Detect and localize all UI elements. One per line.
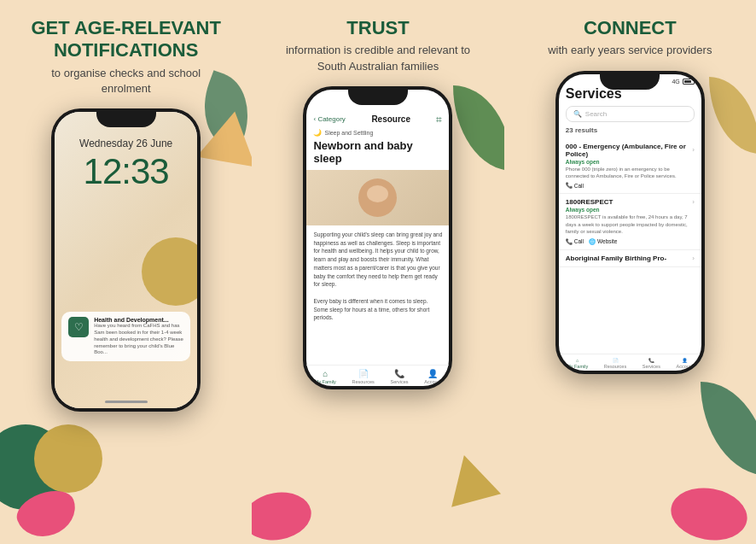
service-000-header: 000 - Emergency (Ambulance, Fire or Poli…: [566, 143, 695, 158]
resource-image: [306, 170, 449, 225]
services-icon: 📞: [394, 369, 404, 378]
tag-label: Sleep and Settling: [324, 130, 373, 136]
phone-notch: [96, 108, 156, 127]
services-screen: 4G Services 🔍 Search 23 results 000 - Em…: [559, 74, 701, 371]
service-000-name: 000 - Emergency (Ambulance, Fire or Poli…: [566, 143, 692, 158]
phone-screen: Wednesday 26 June 12:33 ♡ Health and Dev…: [55, 112, 197, 408]
services-footer: ⌂ My Family 📄 Resources 📞 Services 👤 Acc…: [559, 354, 701, 371]
middle-phone: ‹ Category Resource ⌗ 🌙 Sleep and Settli…: [303, 86, 452, 389]
notification-icon: ♡: [68, 317, 89, 337]
service-aboriginal-header: Aboriginal Family Birthing Pro- ›: [566, 254, 695, 262]
right-panel: CONNECT with early years service provide…: [504, 0, 756, 544]
services-footer-resources[interactable]: 📄 Resources: [604, 358, 626, 369]
resource-tag: 🌙 Sleep and Settling: [306, 129, 449, 137]
resource-body-p2: Every baby is different when it comes to…: [313, 297, 442, 322]
notification-title: Health and Development...: [94, 317, 183, 323]
service-1800-name: 1800RESPECT: [566, 198, 614, 206]
footer-services[interactable]: 📞 Services: [390, 369, 408, 384]
mid-triangle-decor: [439, 448, 501, 507]
footer-account[interactable]: 👤 Account: [424, 369, 441, 384]
middle-panel-subheading: information is credible and relevant to …: [284, 43, 472, 73]
service-1800-call[interactable]: 📞 Call: [566, 238, 584, 245]
left-panel: GET AGE-RELEVANT NOTIFICATIONS to organi…: [0, 0, 252, 544]
footer-my-family-label: My Family: [315, 379, 336, 384]
search-placeholder: Search: [585, 110, 607, 118]
services-footer-account[interactable]: 👤 Account: [677, 358, 694, 369]
right-leaf-green-decor: [701, 382, 756, 476]
services-services-icon: 📞: [648, 358, 654, 363]
resource-body: Supporting your child's sleep can bring …: [306, 225, 449, 365]
lock-screen: Wednesday 26 June 12:33 ♡ Health and Dev…: [55, 112, 197, 408]
service-000-desc: Phone 000 (triple zero) in an emergency …: [566, 166, 695, 180]
left-circle-green-decor: [0, 424, 68, 510]
lock-notification: ♡ Health and Development... Have you hea…: [61, 312, 190, 361]
services-account-label: Account: [677, 364, 694, 369]
service-000-call[interactable]: 📞 Call: [566, 182, 584, 189]
resource-nav: ‹ Category: [313, 115, 345, 123]
mid-leaf-decor: [453, 85, 504, 171]
services-account-icon: 👤: [682, 358, 688, 363]
middle-panel-heading: TRUST: [346, 17, 409, 39]
service-1800-status: Always open: [566, 207, 695, 213]
services-footer-services[interactable]: 📞 Services: [643, 358, 660, 369]
left-phone: Wednesday 26 June 12:33 ♡ Health and Dev…: [51, 108, 201, 412]
call-label-1800: Call: [574, 238, 584, 244]
service-000-status: Always open: [566, 159, 695, 165]
website-label-1800: Website: [597, 238, 617, 244]
lock-time: 12:33: [84, 151, 169, 192]
services-services-label: Services: [643, 364, 660, 369]
left-panel-subheading: to organise checks and school enrolment: [32, 66, 220, 97]
service-000-chevron[interactable]: ›: [692, 146, 695, 154]
resource-nav-back[interactable]: ‹ Category: [313, 115, 345, 123]
resource-body-p1: Supporting your child's sleep can bring …: [313, 231, 442, 289]
service-aboriginal-name: Aboriginal Family Birthing Pro-: [566, 254, 666, 262]
left-panel-heading: GET AGE-RELEVANT NOTIFICATIONS: [28, 17, 224, 62]
services-footer-my-family[interactable]: ⌂ My Family: [567, 358, 588, 369]
services-resources-label: Resources: [604, 364, 626, 369]
resources-icon: 📄: [358, 369, 369, 378]
signal-strength: 4G: [672, 79, 679, 85]
bookmark-icon[interactable]: ⌗: [436, 114, 442, 126]
search-icon: 🔍: [573, 110, 582, 118]
call-icon-000: 📞: [566, 182, 573, 189]
tag-icon: 🌙: [313, 129, 322, 137]
lock-gold-shape: [142, 237, 197, 306]
account-icon: 👤: [427, 369, 438, 378]
right-panel-subheading: with early years service providers: [548, 43, 712, 58]
left-shape-pink-decor: [12, 484, 83, 544]
service-item-1800: 1800RESPECT › Always open 1800RESPECT is…: [559, 194, 701, 249]
resource-screen: ‹ Category Resource ⌗ 🌙 Sleep and Settli…: [306, 90, 449, 386]
middle-phone-screen: ‹ Category Resource ⌗ 🌙 Sleep and Settli…: [306, 90, 449, 386]
lock-date: Wednesday 26 June: [79, 137, 172, 149]
website-icon-1800: 🌐: [589, 238, 596, 245]
services-search[interactable]: 🔍 Search: [566, 106, 695, 122]
footer-resources-label: Resources: [352, 379, 375, 384]
services-resources-icon: 📄: [613, 358, 619, 363]
resource-nav-title: Resource: [371, 114, 410, 124]
service-1800-chevron[interactable]: ›: [692, 198, 695, 206]
call-label-000: Call: [574, 183, 584, 189]
services-count: 23 results: [559, 126, 701, 138]
right-phone-notch: [600, 71, 660, 90]
service-000-actions: 📞 Call: [566, 182, 695, 189]
right-pink-decor: [666, 483, 751, 544]
resource-footer: ⌂ My Family 📄 Resources 📞 Services 👤 Acc…: [306, 365, 449, 386]
resource-title: Newborn and baby sleep: [306, 139, 449, 166]
service-1800-header: 1800RESPECT ›: [566, 198, 695, 206]
battery-icon: [683, 79, 695, 85]
middle-phone-notch: [348, 86, 408, 105]
service-1800-desc: 1800RESPECT is available for free, 24 ho…: [566, 214, 695, 235]
service-1800-website[interactable]: 🌐 Website: [589, 238, 617, 245]
left-circle-gold-decor: [34, 424, 102, 493]
right-phone-screen: 4G Services 🔍 Search 23 results 000 - Em…: [559, 74, 701, 371]
footer-account-label: Account: [424, 379, 441, 384]
service-item-000: 000 - Emergency (Ambulance, Fire or Poli…: [559, 138, 701, 195]
service-aboriginal-chevron[interactable]: ›: [692, 254, 695, 262]
footer-resources[interactable]: 📄 Resources: [352, 369, 375, 384]
footer-my-family[interactable]: ⌂ My Family: [315, 369, 336, 384]
home-icon: ⌂: [323, 369, 328, 378]
notification-text: Health and Development... Have you heard…: [94, 317, 183, 356]
middle-panel: TRUST information is credible and releva…: [252, 0, 503, 544]
battery-fill: [684, 80, 691, 83]
service-item-aboriginal: Aboriginal Family Birthing Pro- ›: [559, 250, 701, 267]
